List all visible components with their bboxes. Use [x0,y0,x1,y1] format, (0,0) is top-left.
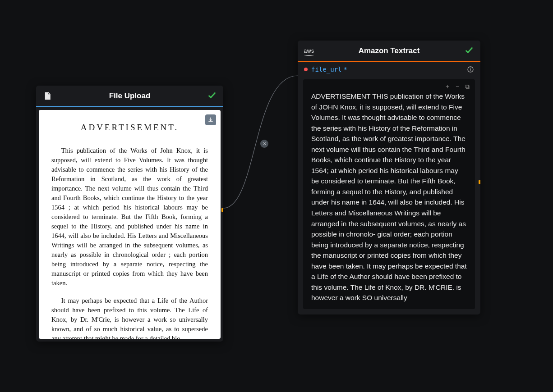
document-paragraph-1: This publication of the Works of John Kn… [51,146,208,288]
status-check-icon [464,45,474,57]
workflow-canvas[interactable]: ✕ File Upload ADVERTISEMENT. This public… [0,0,553,392]
collapse-minus-icon[interactable]: − [454,83,461,91]
document-heading: ADVERTISEMENT. [51,123,208,132]
file-icon [42,91,52,101]
download-icon[interactable] [205,114,216,125]
node-title: Amazon Textract [314,46,464,55]
extracted-text: ADVERTISEMENT THIS publication of the Wo… [311,85,467,303]
output-port[interactable] [221,208,223,212]
svg-point-2 [470,68,471,68]
file-preview: ADVERTISEMENT. This publication of the W… [39,110,221,339]
document-paragraph-2: It may perhaps be expected that a Life o… [51,296,208,339]
expand-plus-icon[interactable]: + [444,83,451,91]
required-dot-icon [304,68,308,71]
param-file-url[interactable]: file_url * [298,62,480,77]
edge-delete-button[interactable]: ✕ [260,140,268,148]
param-label: file_url [311,66,341,73]
node-header: aws Amazon Textract [298,41,480,62]
node-title: File Upload [52,91,207,100]
info-icon[interactable] [467,66,474,73]
output-port[interactable] [479,180,480,184]
node-amazon-textract[interactable]: aws Amazon Textract file_url * + − ⧉ ADV… [298,41,480,315]
output-panel: + − ⧉ ADVERTISEMENT THIS publication of … [303,79,475,309]
node-file-upload[interactable]: File Upload ADVERTISEMENT. This publicat… [36,86,223,342]
copy-icon[interactable]: ⧉ [464,83,470,91]
node-header: File Upload [36,86,223,107]
required-asterisk: * [343,66,347,73]
output-toolbar: + − ⧉ [444,83,470,91]
aws-logo-icon: aws [304,46,314,56]
status-check-icon [207,90,217,102]
